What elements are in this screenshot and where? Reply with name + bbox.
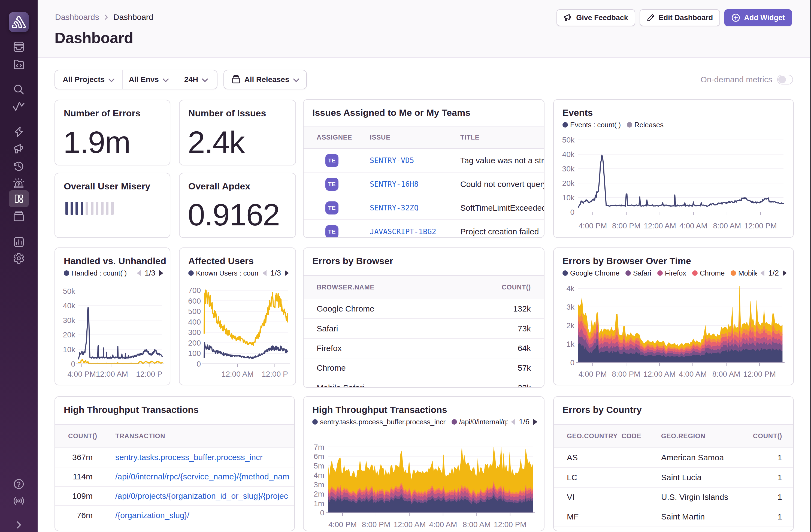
issue-link[interactable]: JAVASCRIPT-1BG2: [370, 220, 457, 238]
releases-filter[interactable]: All Releases: [224, 70, 307, 89]
svg-text:4m: 4m: [313, 471, 324, 480]
score-bar-segment: [91, 202, 93, 215]
table-header-row: COUNT()TRANSACTION: [55, 424, 294, 448]
sidebar-item-user-feedback[interactable]: [9, 141, 29, 157]
issue-link[interactable]: SENTRY-16H8: [370, 172, 457, 196]
table-row[interactable]: 114m/api/0/internal/rpc/{service_name}/{…: [55, 467, 294, 487]
table-cell: 109m: [68, 487, 93, 505]
table-row[interactable]: Safari73k: [304, 319, 544, 338]
broadcast-icon[interactable]: [9, 493, 29, 509]
column-header[interactable]: COUNT(): [716, 425, 782, 447]
environments-filter[interactable]: All Envs: [122, 70, 175, 89]
breadcrumb-current: Dashboard: [113, 13, 153, 22]
column-header[interactable]: ASSIGNEE: [317, 126, 366, 148]
gear-icon[interactable]: [9, 250, 29, 267]
table-row[interactable]: TESENTRY-16H8Could not convert query: [304, 172, 544, 196]
assignee-avatar[interactable]: TE: [325, 154, 338, 167]
table-row[interactable]: 76m/{organization_slug}/: [55, 506, 294, 525]
svg-text:30k: 30k: [63, 316, 76, 324]
transaction-link[interactable]: /{organization_slug}/: [115, 506, 290, 525]
column-header[interactable]: COUNT(): [455, 276, 531, 299]
svg-text:2m: 2m: [313, 490, 324, 498]
give-feedback-button[interactable]: Give Feedback: [556, 9, 635, 26]
chevron-down-icon: [163, 76, 169, 84]
table-row[interactable]: LCSaint Lucia1: [554, 468, 793, 487]
on-demand-metrics-toggle[interactable]: [777, 75, 793, 85]
sidebar-item-discover[interactable]: [9, 234, 29, 250]
big-number-value: 1.9m: [63, 127, 130, 157]
chart-ebbot: 01k2k3k4k4:00 PM8:00 PM12:00 AM4:00 AM8:…: [554, 248, 794, 385]
sidebar-item-stats[interactable]: [9, 98, 29, 115]
transaction-link[interactable]: sentry.tasks.process_buffer.process_incr: [115, 448, 290, 467]
table-row[interactable]: MFSaint Martin1: [554, 507, 793, 527]
issue-link[interactable]: SENTRY-VD5: [370, 149, 457, 172]
table-row[interactable]: TESENTRY-32ZQSoftTimeLimitExceeded: [304, 196, 544, 220]
widget-table: GEO.COUNTRY_CODEGEO.REGIONCOUNT()ASAmeri…: [554, 424, 793, 531]
table-row[interactable]: ASAmerican Samoa1: [554, 448, 793, 468]
column-header[interactable]: TITLE: [460, 126, 544, 148]
table-row[interactable]: Chrome57k: [304, 359, 544, 378]
table-cell: SoftTimeLimitExceeded: [460, 196, 544, 219]
breadcrumb-dashboards-link[interactable]: Dashboards: [55, 13, 99, 22]
table-row[interactable]: 109m/api/0/projects/{organization_id_or_…: [55, 487, 294, 506]
sidebar-item-dashboards[interactable]: [9, 190, 29, 207]
table-row[interactable]: Firefox64k: [304, 339, 544, 359]
table-row[interactable]: 367msentry.tasks.process_buffer.process_…: [55, 448, 294, 467]
assignee-avatar[interactable]: TE: [325, 201, 338, 214]
widget-events: EventsEvents : count( )Releases010k20k30…: [553, 99, 794, 238]
issue-link[interactable]: SENTRY-32ZQ: [370, 196, 457, 219]
transaction-link[interactable]: /api/0/internal/rpc/{service_name}/{meth…: [115, 467, 290, 486]
column-header[interactable]: ISSUE: [370, 126, 457, 148]
widget-num-issues: Number of Issues2.4k: [179, 100, 296, 165]
breadcrumb-chevron-icon: [104, 14, 108, 20]
transaction-link[interactable]: /api/0/projects/{organization_id_or_slug…: [115, 487, 290, 505]
table-row[interactable]: Mobile Safari33k: [304, 378, 544, 388]
projects-filter[interactable]: All Projects: [55, 70, 122, 89]
table-cell: Chrome: [317, 359, 453, 378]
score-bar-segment: [65, 202, 68, 215]
table-row[interactable]: Google Chrome132k: [304, 299, 544, 319]
pencil-icon: [647, 14, 655, 22]
widget-assigned: Issues Assigned to Me or My TeamsASSIGNE…: [303, 99, 545, 238]
svg-text:12:00 AM: 12:00 AM: [221, 370, 254, 378]
widget-title: High Throughput Transactions: [64, 405, 292, 415]
table-row[interactable]: TEJAVASCRIPT-1BG2Project creation failed: [304, 220, 544, 238]
table-cell: TE: [325, 172, 374, 196]
column-header[interactable]: GEO.COUNTRY_CODE: [567, 425, 648, 447]
table-cell: 1: [716, 468, 782, 487]
svg-text:12:00 AM: 12:00 AM: [643, 370, 676, 378]
sidebar-item-projects[interactable]: [9, 56, 29, 73]
svg-text:4:00 PM: 4:00 PM: [579, 370, 607, 378]
svg-text:600: 600: [188, 297, 201, 305]
search-icon[interactable]: [9, 81, 29, 97]
column-header[interactable]: TRANSACTION: [115, 425, 290, 447]
edit-dashboard-button[interactable]: Edit Dashboard: [640, 9, 720, 26]
widget-title: Errors by Browser: [312, 256, 541, 266]
score-bar-segment: [76, 202, 78, 215]
table-cell: 64k: [455, 339, 531, 358]
collapse-sidebar-icon[interactable]: [9, 517, 29, 532]
chevron-down-icon: [202, 76, 208, 84]
assignee-avatar[interactable]: TE: [325, 178, 338, 191]
add-widget-button[interactable]: Add Widget: [724, 9, 792, 26]
svg-text:3k: 3k: [566, 303, 575, 311]
column-header[interactable]: BROWSER.NAME: [317, 276, 453, 299]
svg-text:4:00 PM: 4:00 PM: [67, 370, 96, 378]
score-bar-segment: [71, 202, 73, 215]
sidebar-item-issues[interactable]: [9, 39, 29, 55]
column-header[interactable]: COUNT(): [68, 425, 93, 447]
help-icon[interactable]: [9, 476, 29, 492]
sidebar-item-replays[interactable]: [9, 158, 29, 174]
svg-text:12:00 AM: 12:00 AM: [644, 222, 676, 230]
add-widget-label: Add Widget: [744, 14, 785, 22]
sidebar-item-performance[interactable]: [9, 124, 29, 140]
assignee-avatar[interactable]: TE: [325, 225, 338, 238]
svg-text:0: 0: [570, 208, 575, 216]
sidebar-item-releases[interactable]: [9, 208, 29, 225]
svg-text:4:00 AM: 4:00 AM: [429, 520, 457, 529]
sidebar-item-alerts[interactable]: [9, 175, 29, 191]
sentry-logo[interactable]: [9, 12, 29, 32]
table-row[interactable]: VIU.S. Virgin Islands1: [554, 488, 793, 507]
date-range-filter[interactable]: 24H: [175, 70, 217, 89]
table-row[interactable]: TESENTRY-VD5Tag value was not a strin: [304, 149, 544, 172]
